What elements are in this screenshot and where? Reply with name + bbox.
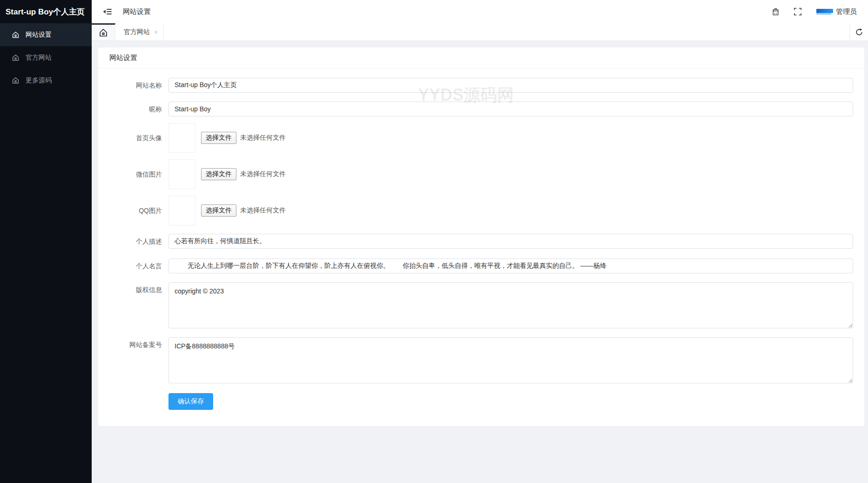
settings-card: 网站设置 网站名称 昵称 首页头像 选择文件: [98, 48, 864, 426]
brand-logo-icon: [816, 8, 833, 15]
form-row-wechat: 微信图片 选择文件 未选择任何文件: [109, 159, 853, 189]
sidebar-item-label: 网站设置: [26, 31, 52, 39]
refresh-icon[interactable]: [849, 23, 868, 41]
site-title: Start-up Boy个人主页: [0, 0, 92, 23]
content-area: YYDS源码网 网站设置 网站名称 昵称 首页头像: [92, 41, 868, 483]
clear-cache-icon[interactable]: [771, 7, 780, 16]
home-icon: [12, 54, 20, 61]
avatar-image-preview: [168, 123, 195, 153]
collapse-sidebar-icon[interactable]: [102, 7, 113, 16]
avatar-file-status: 未选择任何文件: [240, 134, 286, 142]
form-row-nickname: 昵称: [109, 102, 853, 116]
close-icon[interactable]: ×: [154, 29, 158, 35]
form-row-site-name: 网站名称: [109, 78, 853, 93]
form-row-motto: 个人名言: [109, 259, 853, 273]
qq-file-status: 未选择任何文件: [240, 206, 286, 215]
home-icon: [99, 28, 108, 37]
tab-label: 官方网站: [124, 28, 150, 36]
field-label: 网站名称: [109, 78, 162, 93]
breadcrumb: 网站设置: [123, 7, 151, 16]
wechat-choose-file-button[interactable]: 选择文件: [201, 168, 236, 180]
field-label: 微信图片: [109, 167, 162, 182]
field-label: 版权信息: [109, 282, 162, 297]
wechat-file-status: 未选择任何文件: [240, 170, 286, 178]
fullscreen-icon[interactable]: [793, 7, 802, 16]
tabbar-spacer: [164, 23, 849, 41]
sidebar-item-official-site[interactable]: 官方网站: [0, 46, 92, 69]
qq-choose-file-button[interactable]: 选择文件: [201, 204, 236, 217]
home-icon: [12, 76, 20, 84]
sidebar-item-label: 更多源码: [26, 76, 52, 85]
qq-image-preview: [168, 196, 195, 225]
field-label: 首页头像: [109, 130, 162, 145]
field-label: QQ图片: [109, 203, 162, 218]
tabbar: 官方网站 ×: [92, 23, 868, 41]
field-label: 昵称: [109, 102, 162, 116]
avatar-choose-file-button[interactable]: 选择文件: [201, 132, 236, 144]
form-row-avatar: 首页头像 选择文件 未选择任何文件: [109, 123, 853, 153]
icp-textarea[interactable]: ICP备8888888888号: [168, 337, 853, 383]
motto-input[interactable]: [168, 259, 853, 273]
form-row-icp: 网站备案号 ICP备8888888888号: [109, 337, 853, 385]
topbar: 网站设置 管理员: [92, 0, 868, 23]
copyright-textarea[interactable]: copyright © 2023: [168, 282, 853, 328]
sidebar-item-label: 官方网站: [26, 54, 52, 62]
site-name-input[interactable]: [168, 78, 853, 93]
field-label: 个人名言: [109, 259, 162, 273]
wechat-image-preview: [168, 159, 195, 189]
admin-label[interactable]: 管理员: [836, 7, 857, 16]
tab-official-site[interactable]: 官方网站 ×: [115, 23, 164, 41]
sidebar-item-site-settings[interactable]: 网站设置: [0, 23, 92, 46]
save-button[interactable]: 确认保存: [168, 393, 213, 410]
description-input[interactable]: [168, 234, 853, 249]
card-title: 网站设置: [98, 48, 864, 68]
nickname-input[interactable]: [168, 102, 853, 116]
form-row-qq: QQ图片 选择文件 未选择任何文件: [109, 196, 853, 225]
form-row-copyright: 版权信息 copyright © 2023: [109, 282, 853, 330]
sidebar: Start-up Boy个人主页 网站设置 官方网站 更多源码: [0, 0, 92, 483]
sidebar-item-more-source[interactable]: 更多源码: [0, 69, 92, 92]
field-label: 网站备案号: [109, 337, 162, 352]
home-icon: [12, 31, 20, 39]
form-row-description: 个人描述: [109, 234, 853, 249]
field-label: 个人描述: [109, 234, 162, 249]
tab-home[interactable]: [92, 23, 115, 41]
